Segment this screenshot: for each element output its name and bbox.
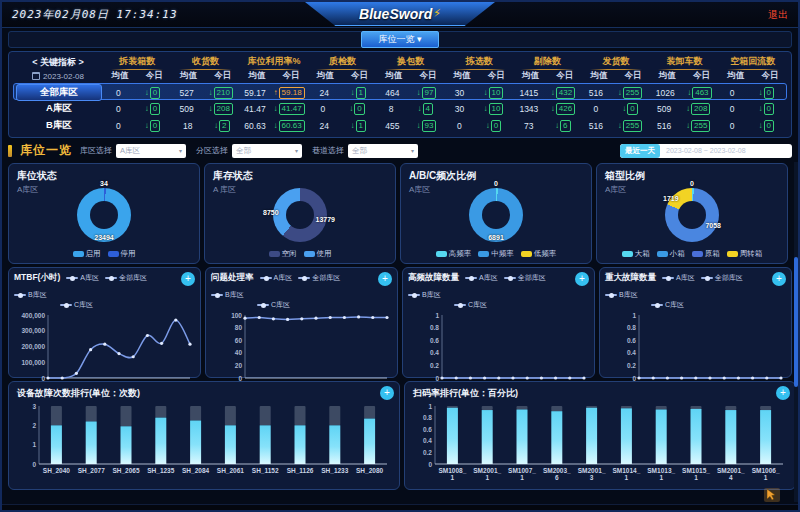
legend-item[interactable]: 低频率 <box>521 249 557 259</box>
down-arrow-icon: ↓ <box>551 104 555 113</box>
kpi-subcols: 均值今日 <box>582 70 650 82</box>
legend-item[interactable]: B库区 <box>211 290 244 300</box>
line-chart-panel: 问题处理率A库区全部库区B库区C库区+1008060402002023-01-0… <box>205 267 398 378</box>
legend-item[interactable]: 中频率 <box>478 249 514 259</box>
kpi-cell: 59.17↑59.18 <box>240 87 308 99</box>
scrollbar-thumb[interactable] <box>794 257 798 387</box>
filter-select[interactable]: 全部▾ <box>348 144 418 158</box>
filter-value: 全部 <box>352 146 367 156</box>
svg-text:0.8: 0.8 <box>423 414 432 421</box>
calendar-icon <box>32 72 40 80</box>
gold-underline <box>453 69 505 70</box>
kpi-row-全部库区[interactable]: 全部库区0↓0527↓21059.17↑59.1824↓1464↓9730↓10… <box>13 83 787 100</box>
legend-item[interactable]: A库区 <box>260 273 293 283</box>
legend-item[interactable]: C库区 <box>60 300 93 310</box>
legend-item[interactable]: 高频率 <box>436 249 472 259</box>
svg-text:1: 1 <box>435 312 439 319</box>
svg-text:SM1015_1: SM1015_1 <box>682 467 710 481</box>
expand-button[interactable]: + <box>378 272 392 286</box>
kpi-column-header: 拣选数 <box>445 55 513 70</box>
kpi-today-value: ↓255 <box>618 120 642 132</box>
filter-label: 分区选择 <box>196 145 228 156</box>
kpi-today-value: ↓255 <box>686 120 710 132</box>
legend-item[interactable]: C库区 <box>257 300 290 310</box>
expand-button[interactable]: + <box>575 272 589 286</box>
kpi-header-row: < 关键指标 >拆装箱数收货数库位利用率%质检数换包数拣选数剔除数发货数装卸车数… <box>13 55 787 69</box>
legend-item[interactable]: A库区 <box>662 273 695 283</box>
gold-underline <box>111 69 163 70</box>
scrollbar[interactable] <box>794 162 798 502</box>
legend-item[interactable]: 启用 <box>73 249 101 259</box>
down-arrow-icon: ↓ <box>687 88 691 97</box>
svg-text:SH_2084: SH_2084 <box>182 467 209 474</box>
kpi-avg-value: 509 <box>657 104 671 114</box>
filter-select[interactable]: 全部▾ <box>232 144 302 158</box>
filter-select[interactable]: A库区▾ <box>116 144 186 158</box>
kpi-avg-value: 18 <box>183 121 192 131</box>
legend-item[interactable]: 周转箱 <box>727 249 763 259</box>
svg-text:0: 0 <box>32 461 36 468</box>
legend-item[interactable]: 使用 <box>304 249 332 259</box>
svg-text:100: 100 <box>231 312 242 319</box>
donut-value-label: 13779 <box>316 216 335 223</box>
kpi-row-label: 全部库区 <box>16 84 102 101</box>
svg-text:SH_2040: SH_2040 <box>43 467 70 474</box>
legend-marker-icon <box>211 294 223 296</box>
kpi-avg-value: 1026 <box>656 88 675 98</box>
kpi-cell: 516↓255 <box>581 120 649 132</box>
legend-item[interactable]: 停用 <box>108 249 136 259</box>
legend-marker-icon <box>14 294 26 296</box>
expand-button[interactable]: + <box>380 386 394 400</box>
legend-marker-icon <box>298 277 310 279</box>
legend-marker-icon <box>701 277 713 279</box>
bar-chart-svg: 3210SH_2040SH_2077SH_2065SH_1235SH_2084S… <box>17 400 391 486</box>
legend-item[interactable]: 原箱 <box>692 249 720 259</box>
legend-item[interactable]: A库区 <box>465 273 498 283</box>
kpi-cell: 527↓210 <box>172 87 240 99</box>
legend-item[interactable]: C库区 <box>454 300 487 310</box>
expand-button[interactable]: + <box>772 272 786 286</box>
kpi-today-value: ↓10 <box>484 103 504 115</box>
legend-item[interactable]: 全部库区 <box>298 273 340 283</box>
legend-item[interactable]: 全部库区 <box>701 273 743 283</box>
kpi-avg-value: 1415 <box>519 88 538 98</box>
donut-legend: 高频率中频率低频率 <box>401 249 591 259</box>
legend-item[interactable]: 空闲 <box>269 249 297 259</box>
bar-chart-panel: 扫码率排行(单位：百分比)+10.80.60.40.20SM1008_1SM20… <box>404 381 796 490</box>
legend-item[interactable]: B库区 <box>408 290 441 300</box>
range-active-chip[interactable]: 最近一天 <box>620 144 660 158</box>
view-selector-button[interactable]: 库位一览 ▾ <box>361 31 438 48</box>
expand-button[interactable]: + <box>776 386 790 400</box>
legend-item[interactable]: 全部库区 <box>504 273 546 283</box>
datetime-display: 2023年02月08日 17:34:13 <box>12 7 178 22</box>
kpi-cell: 1415↓432 <box>513 87 581 99</box>
kpi-cell: 0↓0 <box>309 103 377 115</box>
down-arrow-icon: ↓ <box>418 104 422 113</box>
legend-swatch <box>73 251 84 257</box>
down-arrow-icon: ↓ <box>209 88 213 97</box>
legend-item[interactable]: 小箱 <box>657 249 685 259</box>
date-range-picker[interactable]: 最近一天 2023-02-08 ~ 2023-02-08 <box>620 144 792 158</box>
kpi-cell: 0↓0 <box>718 87 786 99</box>
legend-item[interactable]: C库区 <box>651 300 684 310</box>
down-arrow-icon: ↓ <box>686 104 690 113</box>
donut-value-label: 34 <box>100 180 108 187</box>
svg-text:SH_1233: SH_1233 <box>321 467 348 474</box>
kpi-today-value: ↓0 <box>759 87 774 99</box>
down-arrow-icon: ↓ <box>686 121 690 130</box>
kpi-row-B库区[interactable]: B库区0↓018↓260.63↓60.6324↓1455↓930↓073↓651… <box>13 117 787 134</box>
legend-item[interactable]: 全部库区 <box>105 273 147 283</box>
legend-item[interactable]: B库区 <box>605 290 638 300</box>
legend-item[interactable]: B库区 <box>14 290 47 300</box>
legend-marker-icon <box>454 304 466 306</box>
kpi-cell: 41.47↓41.47 <box>240 103 308 115</box>
kpi-subcols: 均值今日 <box>377 70 445 82</box>
chart-title: 设备故障次数排行(单位：次数) <box>17 387 391 400</box>
expand-button[interactable]: + <box>181 272 195 286</box>
chevron-down-icon: ▾ <box>411 147 414 154</box>
legend-item[interactable]: 大箱 <box>622 249 650 259</box>
kpi-avg-value: 60.63 <box>244 121 265 131</box>
logout-button[interactable]: 退出 <box>768 8 788 22</box>
kpi-row-A库区[interactable]: A库区0↓0509↓20841.47↓41.470↓08↓430↓101343↓… <box>13 100 787 117</box>
legend-item[interactable]: A库区 <box>66 273 99 283</box>
